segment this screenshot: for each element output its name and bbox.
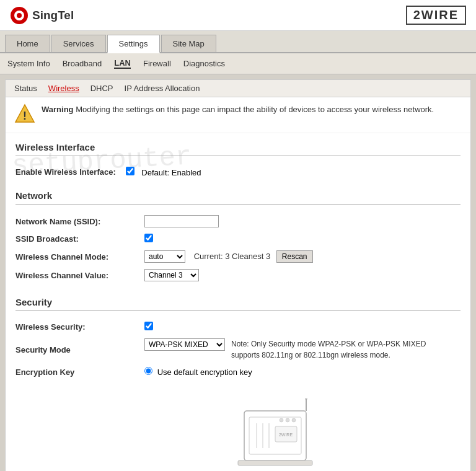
svg-rect-15 <box>238 460 312 465</box>
wireless-security-row: Wireless Security: <box>15 319 461 335</box>
svg-point-14 <box>292 418 296 422</box>
tab-sitemap[interactable]: Site Map <box>161 35 216 52</box>
svg-point-17 <box>305 398 307 400</box>
router-image-area: 2WIRE <box>6 386 470 471</box>
router-sketch: 2WIRE <box>226 398 325 471</box>
inner-tab-status[interactable]: Status <box>14 84 37 93</box>
channel-mode-value: auto manual Current: 3 Cleanest 3 Rescan <box>139 247 318 266</box>
inner-tab-wireless[interactable]: Wireless <box>48 84 79 93</box>
channel-mode-label: Wireless Channel Mode: <box>15 247 139 266</box>
sub-nav-broadband[interactable]: Broadband <box>63 59 102 68</box>
security-mode-value: WPA-PSK MIXED WPA2-PSK WPA-PSK WEP None … <box>139 335 461 364</box>
ssid-broadcast-value <box>139 231 318 247</box>
singtel-logo: SingTel <box>10 6 74 25</box>
security-section: Security Wireless Security: Security Mod… <box>6 291 470 386</box>
main-nav: Home Services Settings Site Map <box>0 31 476 53</box>
current-channel-info: Current: 3 Cleanest 3 <box>194 252 271 261</box>
sub-nav-diagnostics[interactable]: Diagnostics <box>183 59 225 68</box>
svg-point-12 <box>280 418 283 422</box>
network-section-title: Network <box>15 190 461 205</box>
use-default-encryption-label: Use default encryption key <box>157 368 252 377</box>
enable-wireless-value: Default: Enabled <box>121 164 206 180</box>
svg-text:!: ! <box>23 110 27 122</box>
channel-value-row: Wireless Channel Value: Channel 1 Channe… <box>15 266 318 284</box>
enable-wireless-row: Enable Wireless Interface: Default: Enab… <box>15 164 206 180</box>
singtel-logo-icon <box>10 6 29 25</box>
warning-icon: ! <box>14 103 35 126</box>
encryption-key-label: Encryption Key <box>15 364 139 380</box>
tab-home[interactable]: Home <box>5 35 50 52</box>
sub-nav-firewall[interactable]: Firewall <box>143 59 171 68</box>
wireless-interface-table: Enable Wireless Interface: Default: Enab… <box>15 164 206 180</box>
encryption-key-row: Encryption Key Use default encryption ke… <box>15 364 461 380</box>
security-section-title: Security <box>15 297 461 311</box>
warning-body: Modifying the settings on this page can … <box>76 105 434 114</box>
sub-nav-system-info[interactable]: System Info <box>7 59 50 68</box>
sub-nav-lan[interactable]: LAN <box>114 58 131 69</box>
inner-tab-ip-address-allocation[interactable]: IP Address Allocation <box>125 84 200 93</box>
main-form-area: setuprouter Wireless Interface Enable Wi… <box>6 133 470 471</box>
svg-point-2 <box>17 13 22 18</box>
enable-wireless-label: Enable Wireless Interface: <box>15 164 121 180</box>
warning-box: ! Warning Modifying the settings on this… <box>6 97 470 133</box>
security-mode-label: Security Mode <box>15 335 139 364</box>
ssid-value-cell <box>139 212 318 231</box>
wireless-security-checkbox[interactable] <box>144 322 153 330</box>
tab-settings[interactable]: Settings <box>107 35 160 53</box>
warning-title: Warning <box>42 105 74 114</box>
channel-mode-row: Wireless Channel Mode: auto manual Curre… <box>15 247 318 266</box>
ssid-row: Network Name (SSID): <box>15 212 318 231</box>
header: SingTel 2WIRE <box>0 0 476 31</box>
wireless-interface-title: Wireless Interface <box>15 142 461 156</box>
inner-tab-dhcp[interactable]: DHCP <box>90 84 113 93</box>
wireless-interface-section: Wireless Interface Enable Wireless Inter… <box>6 133 470 184</box>
network-table: Network Name (SSID): SSID Broadcast: Wir… <box>15 212 318 284</box>
encryption-key-value: Use default encryption key <box>139 364 461 380</box>
tab-services[interactable]: Services <box>51 35 106 52</box>
channel-value-cell: Channel 1 Channel 2 Channel 3 Channel 4 … <box>139 266 318 284</box>
encryption-key-radio[interactable] <box>144 367 152 375</box>
ssid-label: Network Name (SSID): <box>15 212 139 231</box>
enable-wireless-checkbox[interactable] <box>126 167 134 175</box>
inner-tabs: Status Wireless DHCP IP Address Allocati… <box>6 80 470 97</box>
svg-text:2WIRE: 2WIRE <box>279 433 293 437</box>
ssid-broadcast-label: SSID Broadcast: <box>15 231 139 247</box>
rescan-button[interactable]: Rescan <box>276 250 313 263</box>
network-section: Network Network Name (SSID): SSID Broadc… <box>6 184 470 291</box>
channel-mode-select[interactable]: auto manual <box>144 250 185 263</box>
security-note: Note: Only Security mode WPA2-PSK or WPA… <box>231 338 456 361</box>
wireless-security-value <box>139 319 461 335</box>
twowire-logo: 2WIRE <box>406 6 466 25</box>
channel-value-label: Wireless Channel Value: <box>15 266 139 284</box>
ssid-input[interactable] <box>144 215 219 227</box>
security-mode-row: Security Mode WPA-PSK MIXED WPA2-PSK WPA… <box>15 335 461 364</box>
ssid-broadcast-row: SSID Broadcast: <box>15 231 318 247</box>
enable-wireless-default: Default: Enabled <box>141 168 201 177</box>
singtel-brand-text: SingTel <box>32 9 74 22</box>
security-table: Wireless Security: Security Mode WPA-PSK… <box>15 319 461 380</box>
warning-message: Warning Modifying the settings on this p… <box>42 103 434 117</box>
channel-value-select[interactable]: Channel 1 Channel 2 Channel 3 Channel 4 … <box>144 269 199 281</box>
ssid-broadcast-checkbox[interactable] <box>144 234 153 242</box>
security-mode-select[interactable]: WPA-PSK MIXED WPA2-PSK WPA-PSK WEP None <box>144 338 225 351</box>
content-panel: Status Wireless DHCP IP Address Allocati… <box>5 79 471 471</box>
wireless-security-label: Wireless Security: <box>15 319 139 335</box>
svg-point-13 <box>286 418 289 422</box>
sub-nav: System Info Broadband LAN Firewall Diagn… <box>0 53 476 74</box>
